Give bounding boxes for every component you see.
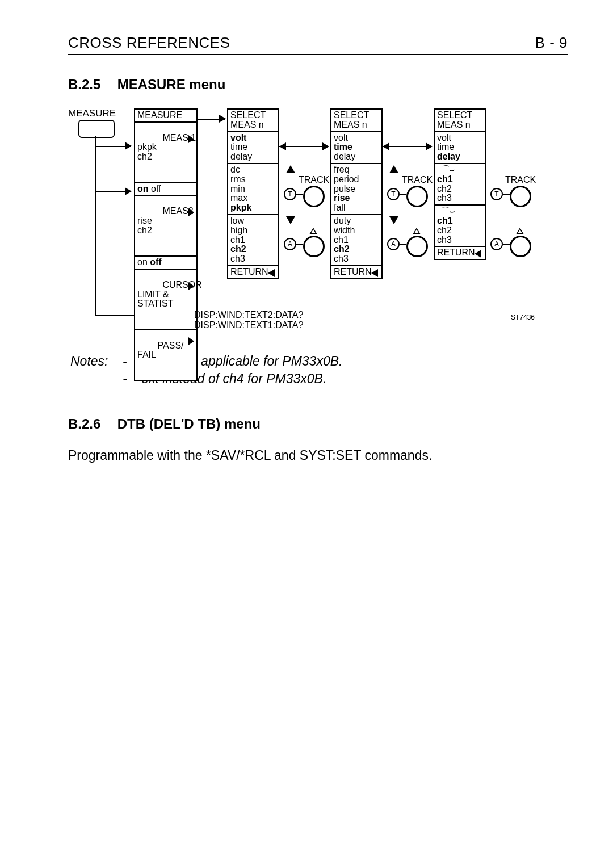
time-measure-select[interactable]: freq period pulse rise fall	[331, 164, 381, 215]
volt-source-select[interactable]: low high ch1 ch2 ch3	[228, 215, 278, 266]
root-label: MEASURE	[68, 108, 116, 119]
panel-title: SELECT MEAS n	[435, 110, 485, 132]
return-row[interactable]: RETURN	[331, 266, 381, 278]
panel-title: SELECT MEAS n	[331, 110, 381, 132]
notes-label: Notes:	[70, 354, 108, 368]
section-b26-num: B.2.6	[68, 416, 114, 432]
section-b25-num: B.2.5	[68, 77, 114, 93]
track-knob[interactable]	[406, 186, 428, 207]
footer-cmd-1: DISP:WIND:TEXT2:DATA?	[194, 311, 303, 320]
section-b26-body: Programmable with the *SAV/*RCL and SYST…	[68, 448, 568, 463]
footer-cmd-2: DISP:WIND:TEXT1:DATA?	[194, 321, 303, 330]
volt-measure-select[interactable]: dc rms min max pkpk	[228, 164, 278, 215]
submenu-arrow-icon	[188, 208, 194, 216]
track-knob[interactable]	[510, 186, 531, 207]
select-panel-volt: SELECT MEAS n volt time delay dc rms min…	[227, 108, 279, 279]
arrow-left-icon	[279, 142, 286, 150]
conn	[296, 194, 303, 195]
panel-title: SELECT MEAS n	[228, 110, 278, 132]
dash: -	[123, 354, 127, 368]
down-arrow-icon	[286, 216, 295, 224]
measure-menu-diagram: MEASURE MEASURE MEAS 1 pkpk ch2 on off M…	[68, 108, 556, 336]
measure-key-button[interactable]	[78, 120, 115, 138]
return-arrow-icon	[268, 269, 275, 277]
section-b26-name: DTB (DEL'D TB) menu	[117, 416, 261, 431]
conn	[95, 136, 96, 316]
track-label: TRACK	[402, 175, 433, 185]
figure-id: ST7436	[511, 314, 535, 321]
conn	[400, 194, 406, 195]
measure-menu-panel: MEASURE MEAS 1 pkpk ch2 on off MEAS2 ris…	[134, 108, 198, 381]
arrow-right-icon	[322, 142, 329, 150]
header-right: B - 9	[535, 34, 568, 52]
track-knob[interactable]	[303, 186, 325, 207]
up-arrow-icon	[286, 165, 295, 173]
meas2-onoff[interactable]: on off	[135, 257, 196, 270]
delta-button-a[interactable]: A	[490, 238, 503, 250]
delta-knob[interactable]	[303, 236, 325, 257]
edge-icon: ⌒⌣	[437, 207, 455, 216]
select-panel-delay: SELECT MEAS n volt time delay ⌒⌣ ch1 ch2…	[434, 108, 486, 260]
delta-button-a[interactable]: A	[284, 238, 296, 250]
meas1-item: MEAS 1 pkpk ch2	[137, 133, 196, 162]
submenu-arrow-icon	[188, 337, 194, 345]
return-row[interactable]: RETURN	[435, 247, 485, 259]
type-select[interactable]: volt time delay	[435, 132, 485, 164]
meas1-onoff[interactable]: on off	[135, 183, 196, 196]
delta-knob[interactable]	[510, 236, 531, 257]
arrow-right-icon	[219, 115, 226, 123]
conn	[400, 244, 406, 245]
conn	[503, 244, 510, 245]
delta-knob[interactable]	[406, 236, 428, 257]
delta-icon	[516, 228, 524, 234]
track-button-t[interactable]: T	[490, 188, 503, 200]
delta-icon	[309, 228, 317, 234]
track-button-t[interactable]: T	[387, 188, 400, 200]
pass-fail: PASS/ FAIL	[137, 341, 184, 360]
panel-title: MEASURE	[135, 110, 196, 123]
type-select[interactable]: volt time delay	[331, 132, 381, 164]
arrow-left-icon	[383, 142, 389, 150]
track-label: TRACK	[505, 175, 536, 185]
dash: -	[123, 371, 127, 386]
down-arrow-icon	[389, 216, 398, 224]
submenu-arrow-icon	[188, 282, 194, 290]
track-label: TRACK	[299, 175, 329, 185]
type-select[interactable]: volt time delay	[228, 132, 278, 164]
section-b26-title: B.2.6 DTB (DEL'D TB) menu	[68, 416, 568, 432]
arrow-right-icon	[125, 142, 132, 150]
delta-icon	[413, 228, 421, 234]
header-left: CROSS REFERENCES	[68, 34, 230, 52]
conn	[279, 146, 328, 147]
submenu-arrow-icon	[188, 135, 194, 143]
select-panel-time: SELECT MEAS n volt time delay freq perio…	[330, 108, 383, 279]
up-arrow-icon	[389, 165, 398, 173]
page-header: CROSS REFERENCES B - 9	[68, 34, 568, 55]
return-arrow-icon	[371, 269, 378, 277]
arrow-right-icon	[125, 187, 132, 195]
return-row[interactable]: RETURN	[228, 266, 278, 278]
conn	[383, 146, 431, 147]
section-b25-name: MEASURE menu	[117, 77, 226, 92]
edge-icon: ⌒⌣	[437, 165, 455, 175]
delta-button-a[interactable]: A	[387, 238, 400, 250]
conn	[503, 194, 510, 195]
delay-src1-select[interactable]: ⌒⌣ ch1 ch2 ch3	[435, 164, 485, 206]
delay-src2-select[interactable]: ⌒⌣ ch1 ch2 ch3	[435, 206, 485, 247]
conn	[296, 244, 303, 245]
time-source-select[interactable]: duty width ch1 ch2 ch3	[331, 215, 381, 266]
track-button-t[interactable]: T	[284, 188, 296, 200]
section-b25-title: B.2.5 MEASURE menu	[68, 77, 568, 93]
return-arrow-icon	[475, 250, 481, 258]
meas2-item: MEAS2 rise ch2	[137, 206, 194, 235]
arrow-right-icon	[426, 142, 433, 150]
